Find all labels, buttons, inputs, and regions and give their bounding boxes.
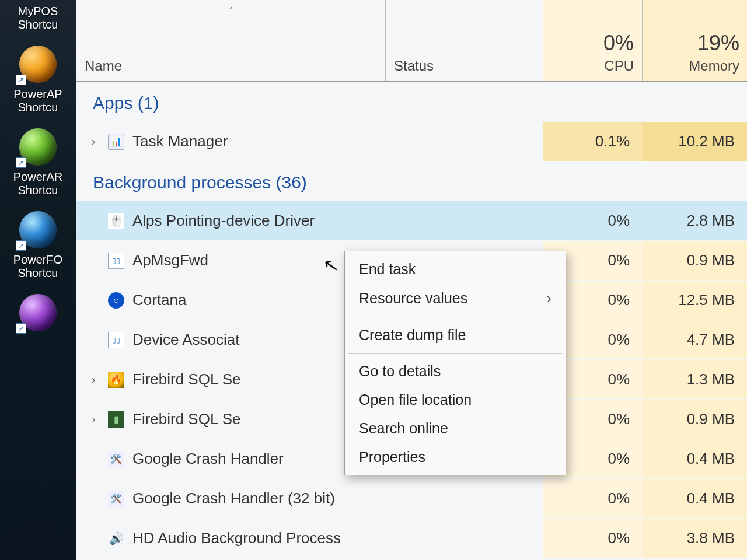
column-label: Memory: [689, 58, 739, 74]
cortana-icon: [108, 292, 124, 309]
speaker-icon: [108, 530, 124, 547]
firebird-icon: [108, 372, 124, 388]
process-memory: 12.5 MB: [643, 281, 747, 320]
desktop-shortcut-mypos[interactable]: MyPOS Shortcu: [9, 5, 67, 32]
cpu-total-percent: 0%: [603, 31, 634, 55]
desktop-shortcut-powerar[interactable]: PowerAR Shortcu: [9, 128, 67, 197]
process-memory: 0.4 MB: [643, 479, 747, 518]
generic-app-icon: [108, 332, 124, 348]
column-label: Name: [85, 58, 377, 74]
process-memory: 4.7 MB: [643, 320, 747, 359]
process-name: Task Manager: [132, 132, 228, 150]
menu-separator: [348, 317, 562, 317]
process-memory: 2.8 MB: [643, 201, 747, 240]
process-cpu: 0%: [543, 201, 643, 240]
process-row-google-crash-handler-32[interactable]: › Google Crash Handler (32 bit) 0% 0.4 M…: [76, 478, 747, 518]
process-memory: 1.3 MB: [643, 360, 747, 399]
process-cpu: 0.1%: [543, 122, 643, 161]
desktop-label: PowerAP: [13, 88, 62, 100]
process-memory: 10.2 MB: [643, 122, 747, 161]
column-header-memory[interactable]: 19% Memory: [643, 0, 747, 81]
process-memory: 3.8 MB: [643, 519, 747, 558]
desktop-shortcut-powerfo[interactable]: PowerFO Shortcu: [9, 211, 67, 280]
process-name: HD Audio Background Process: [132, 529, 341, 547]
pointing-device-icon: [108, 213, 124, 229]
process-name: Alps Pointing-device Driver: [132, 212, 315, 230]
process-row-alps[interactable]: › Alps Pointing-device Driver 0% 2.8 MB: [76, 201, 747, 240]
process-memory: 0.9 MB: [643, 400, 747, 439]
process-memory: 0.9 MB: [643, 241, 747, 280]
process-cpu: 0%: [543, 519, 643, 558]
process-name: Device Associat: [132, 331, 240, 349]
process-name: Google Crash Handler (32 bit): [132, 489, 335, 508]
menu-item-go-to-details[interactable]: Go to details: [346, 357, 564, 386]
process-name: ApMsgFwd: [132, 251, 208, 270]
column-header-cpu[interactable]: 0% CPU: [543, 0, 643, 81]
process-name: Google Crash Handler: [132, 450, 284, 468]
shortcut-arrow-icon: [16, 323, 26, 334]
column-headers: ˄ Name Status 0% CPU 19% Memory: [76, 0, 747, 82]
expand-chevron-icon[interactable]: ›: [87, 135, 100, 148]
menu-item-resource-values[interactable]: Resource values: [346, 284, 564, 313]
menu-item-create-dump[interactable]: Create dump file: [346, 321, 564, 349]
desktop-label: PowerAR: [13, 170, 62, 183]
menu-label: Go to details: [359, 363, 441, 380]
google-crash-icon: [108, 491, 124, 507]
group-header-background: Background processes (36): [76, 161, 747, 201]
process-memory: 0.4 MB: [643, 439, 747, 478]
expand-chevron-icon[interactable]: ›: [87, 373, 100, 386]
column-label: Status: [394, 58, 535, 74]
memory-total-percent: 19%: [697, 31, 739, 55]
desktop-shortcut-extra[interactable]: [9, 294, 67, 334]
task-manager-icon: [108, 134, 124, 150]
menu-label: Search online: [359, 420, 448, 437]
menu-item-open-file-location[interactable]: Open file location: [346, 386, 564, 414]
menu-separator: [348, 353, 562, 354]
menu-label: Open file location: [359, 391, 472, 408]
process-row-hd-audio[interactable]: › HD Audio Background Process 0% 3.8 MB: [76, 518, 747, 558]
process-name: Firebird SQL Se: [132, 370, 240, 388]
menu-label: Resource values: [359, 290, 467, 307]
process-name: Firebird SQL Se: [132, 410, 240, 428]
desktop-label: Shortcu: [18, 101, 58, 114]
firebird-icon: [108, 411, 124, 428]
sort-caret-icon: ˄: [85, 6, 377, 17]
google-crash-icon: [108, 451, 124, 467]
column-header-name[interactable]: ˄ Name: [76, 0, 386, 81]
menu-label: End task: [359, 261, 416, 278]
menu-label: Create dump file: [359, 327, 466, 344]
desktop-label: MyPOS: [18, 5, 58, 18]
desktop-label: Shortcu: [18, 18, 58, 31]
process-context-menu: End task Resource values Create dump fil…: [344, 251, 566, 475]
column-header-status[interactable]: Status: [386, 0, 543, 81]
generic-app-icon: [108, 253, 124, 269]
process-name: Cortana: [132, 291, 187, 309]
desktop-label: PowerFO: [13, 253, 62, 266]
shortcut-arrow-icon: [16, 158, 26, 168]
menu-item-properties[interactable]: Properties: [346, 443, 564, 471]
expand-chevron-icon[interactable]: ›: [87, 412, 100, 426]
process-cpu: 0%: [543, 479, 643, 518]
menu-item-end-task[interactable]: End task: [346, 255, 564, 284]
menu-label: Properties: [359, 449, 425, 466]
column-label: CPU: [604, 58, 634, 74]
shortcut-arrow-icon: [16, 75, 26, 85]
desktop-shortcut-powerap[interactable]: PowerAP Shortcu: [9, 46, 67, 114]
process-row-task-manager[interactable]: › Task Manager 0.1% 10.2 MB: [76, 121, 747, 161]
menu-item-search-online[interactable]: Search online: [346, 414, 564, 443]
shortcut-arrow-icon: [16, 240, 26, 251]
desktop-background: MyPOS Shortcu PowerAP Shortcu PowerAR Sh…: [0, 0, 76, 560]
desktop-label: Shortcu: [18, 267, 58, 279]
group-header-apps: Apps (1): [76, 82, 747, 121]
desktop-label: Shortcu: [18, 184, 58, 197]
